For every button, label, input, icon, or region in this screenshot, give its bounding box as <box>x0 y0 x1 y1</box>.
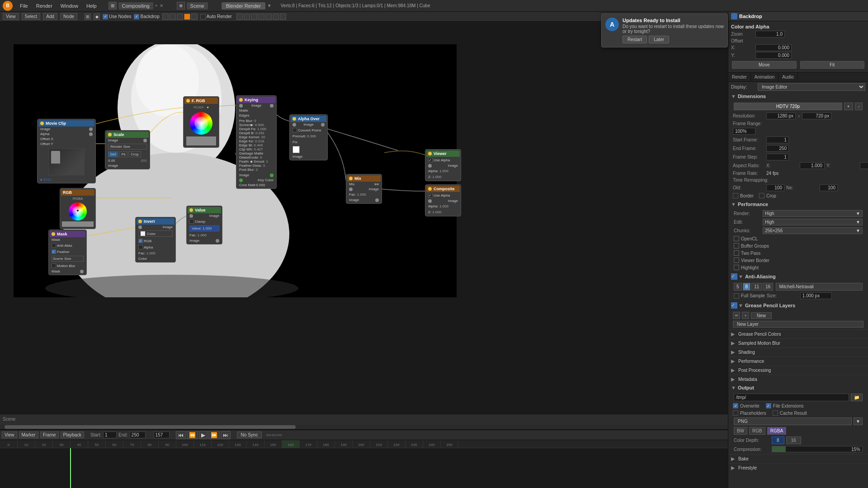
metadata-header[interactable]: ▶ Metadata <box>728 375 868 384</box>
cache-result-check[interactable] <box>773 410 778 416</box>
play-btn[interactable]: ▶ <box>199 431 208 439</box>
menu-window[interactable]: Window <box>58 2 81 9</box>
later-btn[interactable]: Later <box>649 36 669 43</box>
mode-selector[interactable]: Compositing <box>118 2 153 9</box>
node-keying[interactable]: Keying Image Matte Edges Pre Blur: 0 <box>236 95 277 189</box>
menu-file[interactable]: File <box>17 2 31 9</box>
start-frame-input[interactable] <box>766 136 789 143</box>
asp-x-input[interactable] <box>800 162 825 169</box>
zoom-input[interactable]: 1.0 <box>755 31 785 38</box>
browse-path-btn[interactable]: 📁 <box>851 394 863 401</box>
viewer-border-check[interactable] <box>734 258 739 263</box>
convert-check[interactable] <box>292 128 297 132</box>
scale-crop-btn[interactable]: Crop <box>128 151 141 157</box>
bw-btn[interactable]: BW <box>734 427 747 435</box>
format-expand-btn[interactable]: ▼ <box>854 418 863 425</box>
placeholders-check[interactable] <box>733 410 738 416</box>
select-menu-btn[interactable]: Select <box>22 13 41 20</box>
two-pass-check[interactable] <box>734 250 739 256</box>
png-dropdown[interactable]: PNG <box>734 418 852 425</box>
node-value[interactable]: Value Image Clamp Value: 1.000 Fac: 1. <box>186 206 222 244</box>
render-icon7[interactable] <box>280 14 286 20</box>
res-y-input[interactable] <box>802 113 831 119</box>
feather-check[interactable]: ✓ <box>52 249 56 254</box>
node-invert[interactable]: Invert Image Color ✓ RGB <box>135 217 176 263</box>
h-scroll-thumb[interactable] <box>5 425 296 429</box>
use-alpha-check2[interactable]: ✓ <box>428 193 433 197</box>
freestyle-header[interactable]: ▶ Freestyle <box>728 463 868 472</box>
offset-y-input[interactable]: 0.000 <box>755 52 792 59</box>
render-icon6[interactable] <box>273 14 279 20</box>
icon-btn1[interactable] <box>162 14 169 20</box>
fit-btn[interactable]: Fit <box>800 61 865 69</box>
menu-render[interactable]: Render <box>33 2 55 9</box>
clamp-check[interactable] <box>189 219 194 224</box>
depth-16-btn[interactable]: 16 <box>786 436 801 444</box>
move-btn[interactable]: Move <box>732 61 797 69</box>
aa-filter-dropdown[interactable]: Mitchell-Netravali <box>776 283 863 291</box>
menu-help[interactable]: Help <box>84 2 99 9</box>
scene-size-btn[interactable]: Scene Size <box>52 256 84 262</box>
gp-new-btn[interactable]: New <box>751 312 772 319</box>
old-input[interactable] <box>766 184 784 191</box>
preset-remove-btn[interactable]: - <box>855 103 863 110</box>
shading-header[interactable]: ▶ Shading <box>728 347 868 357</box>
aa-btn-8[interactable]: 8 <box>743 283 751 291</box>
timeline-track[interactable] <box>0 448 728 488</box>
render-icon3[interactable] <box>251 14 257 20</box>
tab-render[interactable]: Render <box>728 73 751 81</box>
sync-dropdown[interactable]: No Sync <box>237 432 262 438</box>
jump-end-btn[interactable]: ⏭ <box>221 431 231 439</box>
close-layout-btn[interactable]: ✕ <box>160 3 163 8</box>
aa-btn-5[interactable]: 5 <box>734 283 742 291</box>
node-mask[interactable]: Mask Mask Anti-Alias ✓ Feather Scene Si <box>48 230 87 275</box>
display-selector[interactable]: Image EditorUV/Image Editor <box>758 83 865 91</box>
node-rgb-curves[interactable]: F. RGB RGBA ● <box>183 96 219 148</box>
add-menu-btn[interactable]: Add <box>43 13 57 20</box>
motion-blur-check[interactable] <box>52 263 56 268</box>
aa-header[interactable]: ✓ ▼ Anti-Aliasing <box>728 272 868 281</box>
frame-step-input[interactable] <box>766 154 789 160</box>
icon-btn2[interactable] <box>170 14 176 20</box>
aa-btn-11[interactable]: 11 <box>751 283 762 291</box>
add-layout-btn[interactable]: + <box>155 3 158 8</box>
render-dropdown[interactable]: High ▼ <box>763 210 863 217</box>
output-path-input[interactable] <box>734 394 849 401</box>
node-mix[interactable]: Mix Mix ■■ Image Fac: 1.000 Image <box>346 174 382 204</box>
gp-icon1[interactable]: ✏ <box>733 312 740 319</box>
restart-btn[interactable]: Restart <box>623 36 647 43</box>
node-movie-clip[interactable]: Movie Clip Image Alpha Offset X Offset <box>37 119 96 183</box>
renderer-arrow[interactable]: ▼ <box>267 3 272 8</box>
tab-animation[interactable]: Animation <box>751 73 778 81</box>
highlight-check[interactable] <box>734 265 739 270</box>
aa-size-input[interactable] <box>800 292 832 299</box>
scale-def-btn[interactable]: Def <box>108 151 118 157</box>
node-scale[interactable]: Scale Image Render Size Def Fit Crop <box>105 130 150 169</box>
auto-render-checkbox[interactable] <box>200 14 206 19</box>
start-input[interactable] <box>103 432 117 438</box>
dimensions-header[interactable]: ▼ Dimensions <box>728 92 868 100</box>
node-composite[interactable]: Composite ✓ Use Alpha Image Alpha: 1.000 <box>425 184 461 216</box>
gp-icon2[interactable]: + <box>742 312 749 319</box>
new-input[interactable] <box>820 184 838 191</box>
render-icon2[interactable] <box>244 14 250 20</box>
color-wheel[interactable] <box>190 112 212 135</box>
anti-alias-check[interactable] <box>52 243 56 248</box>
crop-check[interactable] <box>759 193 764 198</box>
performance-collapsed-header[interactable]: ▶ Performance <box>728 357 868 366</box>
rgb-check[interactable]: ✓ <box>138 239 143 243</box>
gp-colors-header[interactable]: ▶ Grease Pencil Colors <box>728 329 868 338</box>
post-proc-header[interactable]: ▶ Post Processing <box>728 366 868 375</box>
value-field[interactable]: Value: 1.000 <box>189 225 219 231</box>
overwrite-check[interactable]: ✓ <box>733 403 738 408</box>
node-viewer[interactable]: Viewer ✓ Use Alpha Image Alpha: 1.000 Z <box>425 149 461 181</box>
bake-header[interactable]: ▶ Bake <box>728 454 868 463</box>
opengl-check[interactable] <box>734 236 739 241</box>
scale-fit-btn[interactable]: Fit <box>119 151 127 157</box>
current-frame-input[interactable] <box>154 432 170 438</box>
tab-audio[interactable]: Audio <box>778 73 798 81</box>
h-scrollbar[interactable] <box>0 424 728 429</box>
edit-dropdown[interactable]: High ▼ <box>763 219 863 225</box>
end-input[interactable] <box>130 432 146 438</box>
asp-y-input[interactable] <box>860 162 868 169</box>
